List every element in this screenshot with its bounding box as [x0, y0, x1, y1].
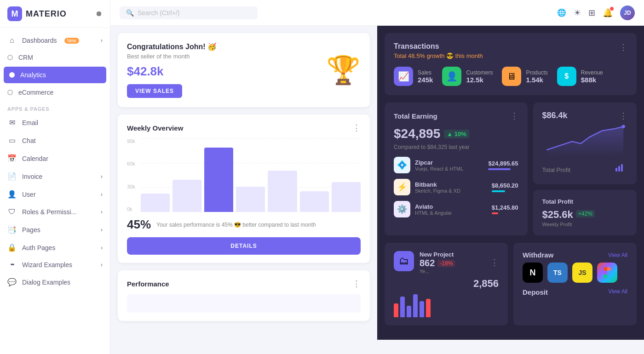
bell-icon[interactable]: 🔔 [603, 8, 613, 18]
sidebar-item-dialog[interactable]: 💬 Dialog Examples [0, 273, 110, 291]
sidebar-item-wizard[interactable]: ••• Wizard Examples › [0, 257, 110, 273]
earning-pct: ▲ 10% [444, 130, 469, 138]
sales-icon: 📈 [394, 67, 413, 86]
weekly-header: Weekly Overview ⋮ [127, 123, 361, 133]
earning-menu-button[interactable]: ⋮ [510, 111, 518, 121]
analytics-icon [9, 72, 15, 78]
wizard-icon: ••• [7, 262, 17, 268]
deposit-viewall[interactable]: View All [608, 288, 627, 296]
sidebar-label-wizard: Wizard Examples [22, 261, 72, 268]
earning-compare: Compared to $84,325 last year [394, 144, 518, 150]
earning-pct-arrow: ▲ [447, 131, 453, 137]
products-value: 1.54k [526, 76, 547, 84]
weekly-profit-info: Total Profit $25.6k +42% Weekly Profit [542, 198, 595, 227]
sidebar-item-dashboards[interactable]: ⌂ Dashboards New › [0, 32, 110, 49]
sidebar-label-auth: Auth Pages [22, 244, 55, 251]
view-sales-button[interactable]: VIEW SALES [127, 84, 182, 98]
products-label: Products [526, 69, 547, 76]
proj-info: New Project 862 -18% Ye... ⋮ [420, 251, 499, 274]
chart-footer: 45% Your sales performance is 45% 😎 bett… [127, 217, 361, 232]
sidebar-label-email: Email [22, 119, 38, 126]
chat-icon: ▭ [7, 136, 17, 145]
sidebar: M MATERIO ⏺ ⌂ Dashboards New › CRM Analy… [0, 0, 110, 354]
logo-area: M MATERIO ⏺ [0, 0, 110, 28]
stat-products-info: Products 1.54k [526, 69, 547, 84]
withdraw-viewall[interactable]: View All [608, 252, 627, 258]
grid-icon[interactable]: ⊞ [588, 8, 595, 18]
stat-revenue-info: Revenue $88k [581, 69, 603, 84]
crm-icon [7, 55, 13, 60]
zipcar-bar [488, 168, 511, 170]
sidebar-item-chat[interactable]: ▭ Chat [0, 131, 110, 149]
sidebar-item-pages[interactable]: 📑 Pages › [0, 221, 110, 239]
perf-placeholder [127, 294, 361, 313]
deposit-title: Deposit [523, 288, 548, 296]
dashboards-badge: New [64, 38, 79, 44]
sidebar-item-email[interactable]: ✉ Email [0, 114, 110, 131]
trans-subtitle: Total 48.5% growth 😎 this month [394, 52, 483, 59]
sidebar-item-invoice[interactable]: 📄 Invoice › [0, 167, 110, 185]
stat-revenue: $ Revenue $88k [557, 67, 603, 86]
avatar[interactable]: JD [620, 6, 635, 20]
profit-dot [621, 125, 625, 128]
sales-label: Sales [418, 69, 433, 76]
weekly-menu-button[interactable]: ⋮ [352, 123, 361, 133]
translate-icon[interactable]: 🌐 [557, 8, 566, 17]
earning-pct-value: 10% [454, 131, 466, 137]
topbar-icons: 🌐 ☀ ⊞ 🔔 JD [557, 6, 635, 20]
aviato-logo: ⚙️ [394, 201, 410, 217]
new-project-card: 🗂 New Project 862 -18% Ye... [385, 243, 508, 325]
sidebar-label-crm: CRM [18, 54, 33, 61]
wizard-chevron: › [101, 262, 103, 268]
bar-4 [236, 187, 265, 212]
aviato-tech: HTML & Angular [415, 210, 487, 216]
figma-svg [603, 267, 612, 278]
logo-next: N [523, 263, 543, 283]
sidebar-label-dialog: Dialog Examples [22, 279, 70, 286]
sidebar-item-auth[interactable]: 🔒 Auth Pages › [0, 239, 110, 257]
profit-card-header: $86.4k ⋮ [542, 111, 627, 121]
earning-list: 💠 Zipcar Vuejs, React & HTML $24,895.65 [394, 157, 518, 217]
proj-menu-button[interactable]: ⋮ [490, 251, 499, 274]
earning-item-zipcar: 💠 Zipcar Vuejs, React & HTML $24,895.65 [394, 157, 518, 173]
sidebar-item-ecommerce[interactable]: eCommerce [0, 84, 110, 101]
bars-container [141, 138, 361, 212]
bitbank-amount-col: $8,650.20 [492, 182, 518, 192]
logo-js: JS [572, 263, 592, 283]
sidebar-label-invoice: Invoice [22, 173, 42, 180]
notif-dot [610, 7, 614, 11]
weekly-profit-pct: +42% [576, 210, 595, 217]
sidebar-item-roles[interactable]: 🛡 Roles & Permissi... › [0, 203, 110, 221]
sidebar-item-analytics[interactable]: Analytics [4, 67, 106, 83]
auth-icon: 🔒 [7, 243, 17, 252]
mini-bar-2 [400, 297, 405, 317]
aviato-info: Aviato HTML & Angular [415, 203, 487, 216]
proj-header: New Project 862 -18% Ye... ⋮ [420, 251, 499, 274]
record-icon[interactable]: ⏺ [95, 10, 103, 18]
logo-figma [597, 263, 617, 283]
search-icon: 🔍 [126, 9, 134, 17]
details-button[interactable]: DETAILS [127, 237, 361, 255]
bar-labels: 90k 60k 30k 0k [127, 138, 135, 212]
weekly-profit-row: $25.6k +42% [542, 207, 595, 221]
right-panel: Transactions Total 48.5% growth 😎 this m… [377, 26, 644, 340]
sidebar-label-ecommerce: eCommerce [18, 89, 53, 96]
bar-label-90k: 90k [127, 138, 135, 144]
profit-menu-button[interactable]: ⋮ [619, 111, 627, 121]
weekly-profit-card: Total Profit $25.6k +42% Weekly Profit [533, 190, 637, 235]
perf-menu-button[interactable]: ⋮ [352, 279, 361, 289]
sidebar-item-crm[interactable]: CRM [0, 49, 110, 66]
svg-rect-1 [618, 166, 620, 171]
bars-area [141, 138, 361, 212]
proj-title: New Project [420, 251, 455, 258]
sun-icon[interactable]: ☀ [574, 8, 581, 18]
bitbank-bar [492, 190, 505, 192]
bottom-row: 🗂 New Project 862 -18% Ye... [385, 243, 637, 325]
search-box[interactable]: 🔍 Search (Ctrl+/) [120, 6, 258, 19]
proj-count: 862 [420, 258, 435, 268]
sidebar-item-user[interactable]: 👤 User › [0, 185, 110, 203]
invoice-chevron: › [101, 173, 103, 180]
sidebar-item-calendar[interactable]: 📅 Calendar [0, 149, 110, 167]
trans-menu-button[interactable]: ⋮ [619, 42, 627, 52]
right-stats-col: $86.4k ⋮ [533, 103, 637, 235]
